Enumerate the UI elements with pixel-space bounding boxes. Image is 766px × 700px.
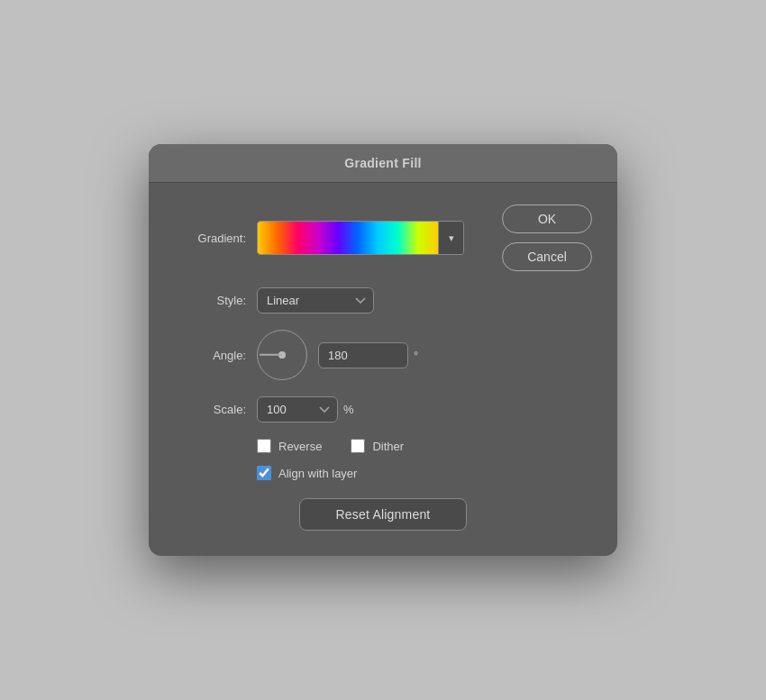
gradient-fill-dialog: Gradient Fill Gradient: ▾ OK Cancel — [149, 144, 617, 556]
dialog-buttons: OK Cancel — [502, 205, 592, 271]
style-select-container: Linear Radial Angle Reflected Diamond — [257, 287, 374, 314]
gradient-left: Gradient: ▾ — [174, 221, 464, 255]
scale-select[interactable]: 50 75 100 150 200 — [257, 396, 338, 423]
checkboxes-row: Reverse Dither — [257, 439, 592, 453]
dither-checkbox[interactable] — [351, 439, 365, 453]
reverse-label: Reverse — [278, 440, 322, 453]
dialog-title: Gradient Fill — [344, 156, 422, 170]
dial-line — [260, 354, 282, 356]
style-select[interactable]: Linear Radial Angle Reflected Diamond — [257, 287, 374, 314]
angle-label: Angle: — [174, 349, 246, 362]
dialog-body: Gradient: ▾ OK Cancel Style: — [149, 183, 617, 556]
dropdown-chevron-icon: ▾ — [449, 232, 454, 244]
angle-unit: ° — [414, 349, 418, 362]
align-with-layer-checkbox[interactable] — [257, 466, 271, 480]
scale-row: Scale: 50 75 100 150 200 % — [174, 396, 592, 423]
reverse-checkbox[interactable] — [257, 439, 271, 453]
style-label: Style: — [174, 294, 246, 307]
scale-label: Scale: — [174, 403, 246, 416]
gradient-preview-container[interactable]: ▾ — [257, 221, 464, 255]
dither-checkbox-item[interactable]: Dither — [351, 439, 404, 453]
dialog-wrapper: Gradient Fill Gradient: ▾ OK Cancel — [0, 0, 766, 700]
reset-alignment-button[interactable]: Reset Alignment — [299, 498, 468, 531]
dither-label: Dither — [372, 440, 404, 453]
gradient-label: Gradient: — [174, 232, 246, 245]
gradient-row: Gradient: ▾ OK Cancel — [174, 205, 592, 271]
angle-row: Angle: ° — [174, 330, 592, 380]
angle-dial[interactable] — [257, 330, 307, 380]
gradient-dropdown-button[interactable]: ▾ — [438, 222, 463, 254]
reverse-checkbox-item[interactable]: Reverse — [257, 439, 322, 453]
gradient-preview — [258, 222, 438, 254]
dialog-titlebar: Gradient Fill — [149, 144, 617, 183]
align-with-layer-label: Align with layer — [278, 467, 357, 480]
cancel-button[interactable]: Cancel — [502, 242, 592, 271]
ok-button[interactable]: OK — [502, 205, 592, 233]
angle-row-content: ° — [257, 330, 418, 380]
style-row: Style: Linear Radial Angle Reflected Dia… — [174, 287, 592, 314]
reset-row: Reset Alignment — [174, 498, 592, 531]
scale-unit: % — [343, 403, 354, 416]
align-row: Align with layer — [257, 466, 592, 480]
angle-input[interactable] — [318, 342, 408, 368]
